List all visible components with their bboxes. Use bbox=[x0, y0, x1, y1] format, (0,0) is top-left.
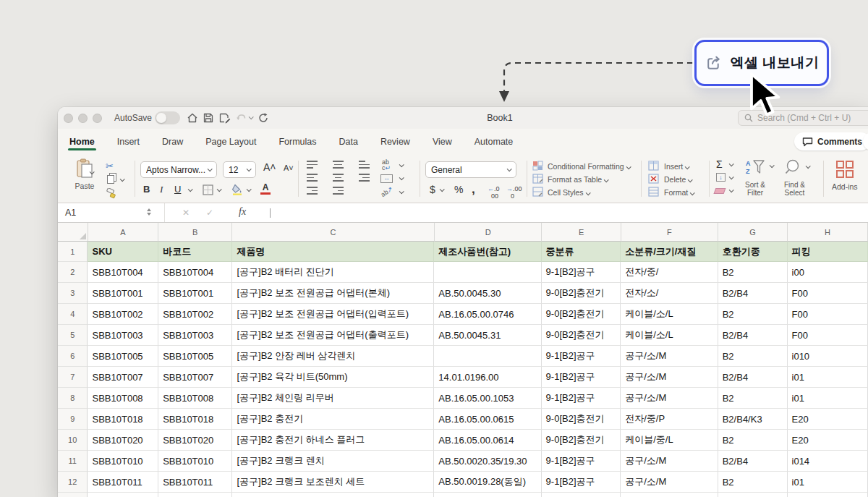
borders-button[interactable] bbox=[203, 184, 213, 198]
cell[interactable]: 소분류/크기/재질 bbox=[621, 242, 718, 262]
undo-chevron-icon[interactable] bbox=[249, 114, 254, 119]
percent-button[interactable]: % bbox=[454, 184, 463, 195]
align-top-button[interactable] bbox=[307, 161, 318, 169]
addins-button[interactable]: Add-ins bbox=[832, 159, 858, 191]
cell[interactable]: SBB10T004 bbox=[158, 262, 232, 283]
cell[interactable]: B2 bbox=[718, 472, 788, 493]
conditional-formatting-button[interactable]: Conditional Formatting bbox=[548, 162, 630, 171]
comma-button[interactable]: , bbox=[472, 182, 475, 197]
cell[interactable]: 9-0[B2]충전기 bbox=[542, 325, 621, 346]
borders-chevron-icon[interactable] bbox=[217, 187, 222, 192]
cell[interactable]: SBB10T002 bbox=[88, 304, 158, 325]
increase-indent-button[interactable] bbox=[333, 187, 344, 195]
cell[interactable]: SBB10T011 bbox=[88, 472, 158, 493]
home-icon[interactable] bbox=[187, 112, 198, 124]
increase-font-size-button[interactable]: A˄ bbox=[263, 161, 276, 173]
cell[interactable]: [공구]B2 충전기 하네스 플러그 bbox=[232, 430, 434, 451]
sort-filter-button[interactable]: A Z Sort & Filter bbox=[745, 158, 765, 197]
column-header-A[interactable]: A bbox=[88, 223, 158, 242]
cell[interactable]: [공구]B2 크랭크 렌치 bbox=[232, 451, 434, 472]
fill-color-chevron-icon[interactable] bbox=[247, 187, 252, 192]
comments-button[interactable]: Comments bbox=[794, 132, 868, 150]
cell[interactable]: [공구]B2 보조 전원공급 어댑터(본체) bbox=[232, 283, 434, 304]
cell[interactable] bbox=[718, 493, 788, 497]
search-input[interactable]: Search (Cmd + Ctrl + U) bbox=[738, 110, 868, 126]
cell[interactable]: 호환기종 bbox=[718, 242, 788, 262]
cell[interactable]: [공구]B2 배터리 진단기 bbox=[232, 262, 434, 283]
paste-button[interactable]: Paste bbox=[68, 158, 101, 190]
cell[interactable]: SBB10T010 bbox=[88, 451, 158, 472]
fill-color-button[interactable] bbox=[231, 184, 243, 198]
cell[interactable]: SBB10T003 bbox=[158, 325, 232, 346]
increase-decimal-button[interactable]: ←.000 bbox=[488, 185, 500, 200]
cell[interactable]: 공구/소/M bbox=[621, 367, 718, 388]
cell[interactable]: i01 bbox=[788, 367, 868, 388]
autosave-toggle[interactable] bbox=[155, 111, 180, 124]
cell[interactable]: SBB10T011 bbox=[158, 472, 232, 493]
cell[interactable]: SBB10T020 bbox=[158, 430, 232, 451]
cell[interactable]: 14.01.0196.00 bbox=[434, 367, 541, 388]
insert-cells-button[interactable]: Insert bbox=[664, 162, 689, 171]
cell[interactable]: 전자/소/ bbox=[621, 283, 718, 304]
cell[interactable]: [공구]B2 체인링 리무버 bbox=[232, 388, 434, 409]
minimize-window-button[interactable] bbox=[78, 114, 88, 123]
cell[interactable]: B2 bbox=[718, 304, 788, 325]
delete-cells-button[interactable]: Delete bbox=[664, 175, 692, 184]
undo-icon[interactable] bbox=[236, 112, 247, 123]
cell[interactable] bbox=[621, 493, 718, 497]
autosum-chevron-icon[interactable] bbox=[729, 161, 734, 166]
cell[interactable]: 9-0[B2]충전기 bbox=[542, 409, 621, 430]
cell[interactable]: B2/B4 bbox=[718, 451, 788, 472]
name-box-stepper[interactable] bbox=[147, 208, 151, 216]
row-header[interactable]: 3 bbox=[58, 283, 88, 304]
cell[interactable]: 전자/중/ bbox=[621, 262, 718, 283]
cell[interactable]: B2 bbox=[718, 346, 788, 367]
cell[interactable]: 중분류 bbox=[542, 242, 621, 262]
column-header-D[interactable]: D bbox=[435, 223, 542, 242]
cell[interactable]: 피킹 bbox=[788, 242, 868, 262]
cell[interactable]: SKU bbox=[88, 242, 158, 262]
cell[interactable]: AB.16.05.00.0614 bbox=[434, 430, 541, 451]
tab-view[interactable]: View bbox=[431, 132, 454, 151]
clear-button[interactable] bbox=[714, 188, 726, 194]
font-size-select[interactable]: 12 bbox=[223, 161, 256, 178]
cell[interactable]: 9-1[B2]공구 bbox=[542, 388, 621, 409]
cell[interactable] bbox=[434, 262, 541, 283]
cell[interactable]: SBB10T001 bbox=[158, 283, 232, 304]
cell[interactable] bbox=[158, 493, 232, 497]
cell[interactable]: AB.50.0045.30 bbox=[434, 283, 541, 304]
cell[interactable]: 9-1[B2]공구 bbox=[542, 262, 621, 283]
cell[interactable]: [공구]B2 크랭크 보조렌치 세트 bbox=[232, 472, 434, 493]
cell[interactable] bbox=[788, 493, 868, 497]
row-header[interactable]: 2 bbox=[58, 262, 88, 283]
confirm-entry-icon[interactable]: ✓ bbox=[206, 208, 213, 218]
decrease-decimal-button[interactable]: →.000 bbox=[506, 185, 522, 200]
fill-button[interactable]: ↓ bbox=[716, 173, 726, 182]
cell[interactable]: 제조사품번(참고) bbox=[434, 242, 541, 262]
cell[interactable]: [공구]B2 안장 레버 삼각렌치 bbox=[232, 346, 434, 367]
cell[interactable]: B2/B4 bbox=[718, 325, 788, 346]
cell[interactable]: 9-0[B2]충전기 bbox=[542, 430, 621, 451]
cell[interactable]: E20 bbox=[788, 409, 868, 430]
cell[interactable]: [공구]B2 보조 전원공급 어댑터(입력포트) bbox=[232, 304, 434, 325]
cell[interactable]: SBB10T002 bbox=[158, 304, 232, 325]
tab-home[interactable]: Home bbox=[68, 132, 96, 151]
copy-button[interactable] bbox=[107, 175, 114, 184]
format-cells-button[interactable]: Format bbox=[664, 188, 694, 197]
cell[interactable]: 바코드 bbox=[158, 242, 232, 262]
cell[interactable]: SBB10T020 bbox=[88, 430, 158, 451]
cell[interactable]: B2/B4/K3 bbox=[718, 409, 788, 430]
cell-styles-button[interactable]: Cell Styles bbox=[548, 188, 590, 197]
cancel-entry-icon[interactable]: ✕ bbox=[182, 208, 190, 218]
cell[interactable]: E20 bbox=[788, 430, 868, 451]
row-header[interactable]: 1 bbox=[58, 242, 88, 262]
cell[interactable]: SBB10T003 bbox=[88, 325, 158, 346]
close-window-button[interactable] bbox=[64, 114, 73, 123]
cell[interactable]: 9-0[B2]충전기 bbox=[542, 304, 621, 325]
cell[interactable]: SBB10T008 bbox=[158, 388, 232, 409]
cell[interactable]: SBB10T007 bbox=[158, 367, 232, 388]
cell[interactable]: B2 bbox=[718, 430, 788, 451]
column-header-H[interactable]: H bbox=[788, 223, 868, 242]
orientation-chevron-icon[interactable] bbox=[399, 189, 404, 194]
cell[interactable]: 9-1[B2]공구 bbox=[542, 367, 621, 388]
